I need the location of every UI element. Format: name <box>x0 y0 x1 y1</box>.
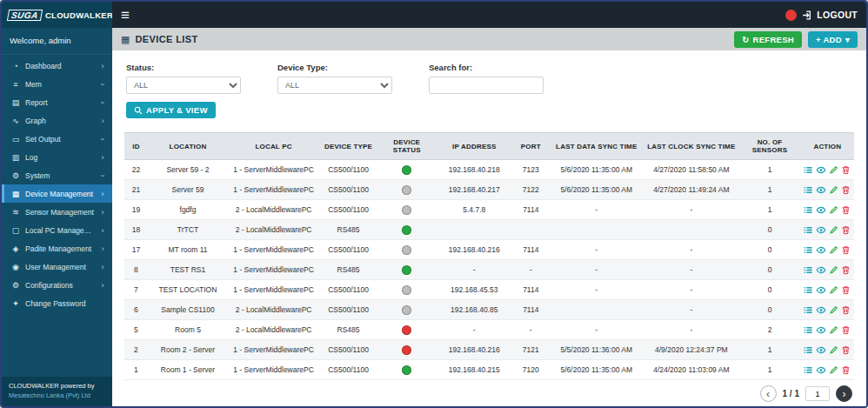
next-page-button[interactable]: › <box>836 385 852 402</box>
delete-icon[interactable] <box>841 165 851 175</box>
cell-id: 19 <box>124 200 148 220</box>
search-input[interactable] <box>429 77 544 94</box>
content: ▦ DEVICE LIST ↻ REFRESH + ADD ▾ Status: <box>112 28 866 406</box>
details-icon[interactable] <box>804 285 813 295</box>
edit-icon[interactable] <box>829 225 838 235</box>
edit-icon[interactable] <box>829 305 838 315</box>
report-icon: ▤ <box>10 98 21 107</box>
chevron-right-icon: › <box>99 244 106 253</box>
app-window: SUGA CLOUDWALKER Welcome, admin ◔Dashboa… <box>0 0 868 408</box>
sidebar-item-configurations[interactable]: ⚙Configurations› <box>2 276 112 294</box>
edit-icon[interactable] <box>829 185 838 195</box>
view-icon[interactable] <box>816 265 826 275</box>
cell-device-type: CS500/1100 <box>319 160 377 180</box>
column-header: DEVICE STATUS <box>377 133 436 160</box>
details-icon[interactable] <box>804 165 813 175</box>
delete-icon[interactable] <box>841 225 851 235</box>
view-icon[interactable] <box>816 205 826 215</box>
sidebar-item-mem[interactable]: ≡Mem› <box>2 75 112 93</box>
sidebar-item-local-pc-management[interactable]: ▢Local PC Management› <box>2 221 112 239</box>
view-icon[interactable] <box>816 185 826 195</box>
details-icon[interactable] <box>804 265 813 275</box>
edit-icon[interactable] <box>829 285 838 295</box>
view-icon[interactable] <box>816 285 826 295</box>
sidebar-item-sensor-management[interactable]: ≋Sensor Management› <box>2 203 112 221</box>
dashboard-icon: ◔ <box>10 62 21 70</box>
delete-icon[interactable] <box>841 325 851 335</box>
refresh-button[interactable]: ↻ REFRESH <box>734 31 802 48</box>
view-icon[interactable] <box>816 245 826 255</box>
sidebar-item-change-password[interactable]: ✦Change Password <box>2 294 112 312</box>
details-icon[interactable] <box>804 185 813 195</box>
details-icon[interactable] <box>804 365 813 375</box>
page-number-input[interactable] <box>805 386 830 401</box>
delete-icon[interactable] <box>841 205 851 215</box>
sidebar-item-set-output[interactable]: ▭Set Output› <box>2 130 112 148</box>
footer-company: Mesatechno Lanka (Pvt) Ltd <box>9 391 105 401</box>
sidebar-item-label: Device Management <box>25 190 95 198</box>
view-icon[interactable] <box>816 365 826 375</box>
details-icon[interactable] <box>804 225 813 235</box>
view-icon[interactable] <box>816 305 826 315</box>
details-icon[interactable] <box>804 205 813 215</box>
logout-button[interactable]: LOGOUT <box>802 10 858 21</box>
cell-ip: 192.168.40.215 <box>436 360 512 380</box>
edit-icon[interactable] <box>829 265 838 275</box>
page-title: DEVICE LIST <box>135 34 197 44</box>
padite-management-icon: ◈ <box>10 244 21 253</box>
sidebar-item-report[interactable]: ▤Report› <box>2 93 112 111</box>
cell-last-clock-sync <box>644 220 738 240</box>
sidebar-item-padite-management[interactable]: ◈Padite Management› <box>2 239 112 258</box>
add-button[interactable]: + ADD ▾ <box>808 31 858 48</box>
sidebar-item-device-management[interactable]: ▦Device Management› <box>2 184 112 203</box>
delete-icon[interactable] <box>841 365 851 375</box>
delete-icon[interactable] <box>841 345 851 355</box>
cell-device-status <box>377 240 436 260</box>
cell-id: 6 <box>124 300 148 320</box>
cell-location: TEST RS1 <box>148 260 228 280</box>
view-icon[interactable] <box>816 345 826 355</box>
sidebar-item-user-management[interactable]: ◉User Management› <box>2 258 112 276</box>
details-icon[interactable] <box>804 345 813 355</box>
status-select[interactable]: ALL <box>126 77 241 94</box>
hamburger-menu-icon[interactable]: ≡ <box>121 8 130 23</box>
sidebar-item-system[interactable]: ⚙System› <box>2 166 112 184</box>
details-icon[interactable] <box>804 325 813 335</box>
edit-icon[interactable] <box>829 365 838 375</box>
logout-icon <box>802 10 813 21</box>
cell-action <box>801 220 854 240</box>
cell-sensors: 0 <box>738 300 800 320</box>
view-icon[interactable] <box>816 165 826 175</box>
sidebar-item-label: Mem <box>25 80 95 89</box>
cell-ip: 5.4.7.8 <box>436 200 512 220</box>
chevron-right-icon: › <box>843 389 846 399</box>
edit-icon[interactable] <box>829 345 838 355</box>
device-table-wrap: IDLOCATIONLOCAL PCDEVICE TYPEDEVICE STAT… <box>112 129 866 380</box>
table-row: 6Sample CS11002 - LocalMiddlewarePCCS500… <box>124 300 854 320</box>
view-icon[interactable] <box>816 325 826 335</box>
delete-icon[interactable] <box>841 265 851 275</box>
sidebar-item-graph[interactable]: ∿Graph› <box>2 111 112 130</box>
edit-icon[interactable] <box>829 165 838 175</box>
apply-view-button[interactable]: APPLY & VIEW <box>126 102 216 118</box>
device-type-select[interactable]: ALL <box>277 77 392 94</box>
delete-icon[interactable] <box>841 245 851 255</box>
details-icon[interactable] <box>804 305 813 315</box>
delete-icon[interactable] <box>841 305 851 315</box>
cell-location: Server 59 <box>148 180 228 200</box>
column-header: NO. OF SENSORS <box>738 133 800 160</box>
delete-icon[interactable] <box>841 185 851 195</box>
edit-icon[interactable] <box>829 205 838 215</box>
sidebar-item-dashboard[interactable]: ◔Dashboard› <box>2 57 112 75</box>
sidebar-item-log[interactable]: ▥Log› <box>2 148 112 166</box>
edit-icon[interactable] <box>829 245 838 255</box>
cell-last-clock-sync: 4/9/2020 12:24:37 PM <box>644 340 738 360</box>
edit-icon[interactable] <box>829 325 838 335</box>
cell-sensors: 1 <box>738 200 800 220</box>
delete-icon[interactable] <box>841 285 851 295</box>
column-header: LOCATION <box>148 133 228 160</box>
view-icon[interactable] <box>816 225 826 235</box>
cell-port: 7114 <box>512 300 549 320</box>
details-icon[interactable] <box>804 245 813 255</box>
prev-page-button[interactable]: ‹ <box>760 385 777 402</box>
